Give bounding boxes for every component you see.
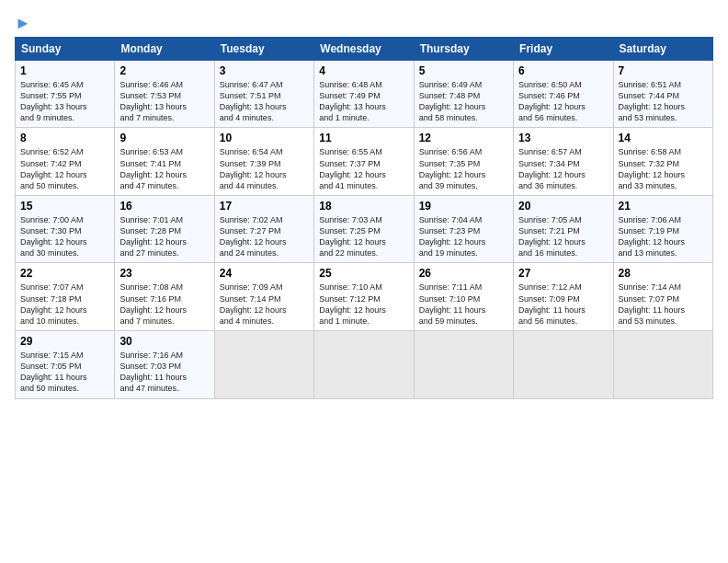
- day-info: Sunrise: 7:15 AM Sunset: 7:05 PM Dayligh…: [20, 350, 109, 395]
- calendar-cell: 11Sunrise: 6:55 AM Sunset: 7:37 PM Dayli…: [314, 128, 414, 196]
- day-number: 20: [518, 200, 608, 213]
- calendar-cell: 15Sunrise: 7:00 AM Sunset: 7:30 PM Dayli…: [16, 195, 115, 263]
- day-number: 4: [319, 64, 408, 77]
- day-info: Sunrise: 7:11 AM Sunset: 7:10 PM Dayligh…: [419, 282, 508, 327]
- day-number: 23: [119, 267, 209, 280]
- calendar-cell: 7Sunrise: 6:51 AM Sunset: 7:44 PM Daylig…: [613, 60, 712, 128]
- day-info: Sunrise: 7:04 AM Sunset: 7:23 PM Dayligh…: [419, 214, 508, 259]
- calendar-cell: 18Sunrise: 7:03 AM Sunset: 7:25 PM Dayli…: [314, 195, 414, 263]
- header: ►: [15, 11, 713, 29]
- week-row-2: 8Sunrise: 6:52 AM Sunset: 7:42 PM Daylig…: [16, 128, 713, 196]
- day-info: Sunrise: 7:05 AM Sunset: 7:21 PM Dayligh…: [518, 214, 608, 259]
- page-container: ► SundayMondayTuesdayWednesdayThursdayFr…: [0, 0, 728, 407]
- calendar-cell: 27Sunrise: 7:12 AM Sunset: 7:09 PM Dayli…: [514, 263, 613, 331]
- day-number: 12: [419, 132, 508, 144]
- day-number: 11: [319, 132, 408, 144]
- calendar-cell: 3Sunrise: 6:47 AM Sunset: 7:51 PM Daylig…: [214, 60, 313, 128]
- calendar-cell: 5Sunrise: 6:49 AM Sunset: 7:48 PM Daylig…: [414, 60, 513, 128]
- weekday-header-wednesday: Wednesday: [314, 37, 414, 60]
- day-number: 1: [20, 64, 109, 77]
- day-number: 24: [220, 267, 309, 280]
- calendar-cell: 6Sunrise: 6:50 AM Sunset: 7:46 PM Daylig…: [514, 60, 613, 128]
- day-number: 28: [619, 267, 708, 280]
- day-number: 14: [619, 132, 708, 144]
- calendar-cell: [414, 331, 513, 399]
- calendar-cell: 24Sunrise: 7:09 AM Sunset: 7:14 PM Dayli…: [214, 263, 313, 331]
- day-number: 7: [619, 64, 708, 77]
- calendar-cell: [314, 331, 414, 399]
- weekday-header-sunday: Sunday: [16, 37, 115, 60]
- calendar-cell: 22Sunrise: 7:07 AM Sunset: 7:18 PM Dayli…: [16, 263, 115, 331]
- day-number: 10: [220, 132, 309, 144]
- day-number: 29: [20, 335, 109, 348]
- day-info: Sunrise: 6:46 AM Sunset: 7:53 PM Dayligh…: [119, 79, 209, 124]
- calendar-cell: 29Sunrise: 7:15 AM Sunset: 7:05 PM Dayli…: [16, 331, 115, 399]
- day-number: 16: [119, 200, 209, 213]
- day-info: Sunrise: 6:47 AM Sunset: 7:51 PM Dayligh…: [220, 79, 309, 124]
- weekday-header-thursday: Thursday: [414, 37, 513, 60]
- calendar-table: SundayMondayTuesdayWednesdayThursdayFrid…: [15, 37, 713, 399]
- day-number: 3: [220, 64, 309, 77]
- day-number: 19: [419, 200, 508, 213]
- day-info: Sunrise: 6:51 AM Sunset: 7:44 PM Dayligh…: [619, 79, 708, 124]
- calendar-cell: 20Sunrise: 7:05 AM Sunset: 7:21 PM Dayli…: [514, 195, 613, 263]
- day-info: Sunrise: 7:01 AM Sunset: 7:28 PM Dayligh…: [119, 214, 209, 259]
- calendar-cell: 28Sunrise: 7:14 AM Sunset: 7:07 PM Dayli…: [613, 263, 712, 331]
- day-info: Sunrise: 7:00 AM Sunset: 7:30 PM Dayligh…: [20, 214, 109, 259]
- calendar-cell: 14Sunrise: 6:58 AM Sunset: 7:32 PM Dayli…: [613, 128, 712, 196]
- calendar-cell: [214, 331, 313, 399]
- weekday-header-friday: Friday: [514, 37, 613, 60]
- day-number: 22: [20, 267, 109, 280]
- week-row-3: 15Sunrise: 7:00 AM Sunset: 7:30 PM Dayli…: [16, 195, 713, 263]
- day-info: Sunrise: 7:02 AM Sunset: 7:27 PM Dayligh…: [220, 214, 309, 259]
- day-info: Sunrise: 6:48 AM Sunset: 7:49 PM Dayligh…: [319, 79, 408, 124]
- calendar-cell: 8Sunrise: 6:52 AM Sunset: 7:42 PM Daylig…: [16, 128, 115, 196]
- week-row-5: 29Sunrise: 7:15 AM Sunset: 7:05 PM Dayli…: [16, 331, 713, 399]
- calendar-cell: [514, 331, 613, 399]
- day-info: Sunrise: 7:10 AM Sunset: 7:12 PM Dayligh…: [319, 282, 408, 327]
- week-row-1: 1Sunrise: 6:45 AM Sunset: 7:55 PM Daylig…: [16, 60, 713, 128]
- calendar-cell: 1Sunrise: 6:45 AM Sunset: 7:55 PM Daylig…: [16, 60, 115, 128]
- calendar-cell: 17Sunrise: 7:02 AM Sunset: 7:27 PM Dayli…: [214, 195, 313, 263]
- day-number: 21: [619, 200, 708, 213]
- calendar-cell: 30Sunrise: 7:16 AM Sunset: 7:03 PM Dayli…: [115, 331, 214, 399]
- weekday-header-monday: Monday: [115, 37, 214, 60]
- calendar-cell: [613, 331, 712, 399]
- calendar-cell: 13Sunrise: 6:57 AM Sunset: 7:34 PM Dayli…: [514, 128, 613, 196]
- day-number: 15: [20, 200, 109, 213]
- day-info: Sunrise: 7:16 AM Sunset: 7:03 PM Dayligh…: [119, 350, 209, 395]
- day-info: Sunrise: 7:07 AM Sunset: 7:18 PM Dayligh…: [20, 282, 109, 327]
- calendar-cell: 25Sunrise: 7:10 AM Sunset: 7:12 PM Dayli…: [314, 263, 414, 331]
- day-info: Sunrise: 7:09 AM Sunset: 7:14 PM Dayligh…: [220, 282, 309, 327]
- calendar-cell: 26Sunrise: 7:11 AM Sunset: 7:10 PM Dayli…: [414, 263, 513, 331]
- calendar-cell: 21Sunrise: 7:06 AM Sunset: 7:19 PM Dayli…: [613, 195, 712, 263]
- day-info: Sunrise: 6:50 AM Sunset: 7:46 PM Dayligh…: [518, 79, 608, 124]
- day-number: 18: [319, 200, 408, 213]
- day-info: Sunrise: 7:14 AM Sunset: 7:07 PM Dayligh…: [619, 282, 708, 327]
- weekday-header-row: SundayMondayTuesdayWednesdayThursdayFrid…: [16, 37, 713, 60]
- calendar-cell: 2Sunrise: 6:46 AM Sunset: 7:53 PM Daylig…: [115, 60, 214, 128]
- day-info: Sunrise: 6:57 AM Sunset: 7:34 PM Dayligh…: [518, 146, 608, 191]
- calendar-cell: 23Sunrise: 7:08 AM Sunset: 7:16 PM Dayli…: [115, 263, 214, 331]
- day-number: 13: [518, 132, 608, 144]
- calendar-cell: 12Sunrise: 6:56 AM Sunset: 7:35 PM Dayli…: [414, 128, 513, 196]
- day-info: Sunrise: 6:56 AM Sunset: 7:35 PM Dayligh…: [419, 146, 508, 191]
- day-number: 6: [518, 64, 608, 77]
- day-info: Sunrise: 7:06 AM Sunset: 7:19 PM Dayligh…: [619, 214, 708, 259]
- weekday-header-tuesday: Tuesday: [214, 37, 313, 60]
- day-number: 17: [220, 200, 309, 213]
- day-number: 8: [20, 132, 109, 144]
- day-info: Sunrise: 7:03 AM Sunset: 7:25 PM Dayligh…: [319, 214, 408, 259]
- day-info: Sunrise: 7:12 AM Sunset: 7:09 PM Dayligh…: [518, 282, 608, 327]
- day-info: Sunrise: 6:49 AM Sunset: 7:48 PM Dayligh…: [419, 79, 508, 124]
- day-number: 30: [119, 335, 209, 348]
- day-info: Sunrise: 6:54 AM Sunset: 7:39 PM Dayligh…: [220, 146, 309, 191]
- day-info: Sunrise: 7:08 AM Sunset: 7:16 PM Dayligh…: [119, 282, 209, 327]
- day-number: 9: [119, 132, 209, 144]
- day-info: Sunrise: 6:45 AM Sunset: 7:55 PM Dayligh…: [20, 79, 109, 124]
- day-number: 2: [119, 64, 209, 77]
- weekday-header-saturday: Saturday: [613, 37, 712, 60]
- day-number: 25: [319, 267, 408, 280]
- logo-text: ►: [15, 15, 31, 33]
- calendar-cell: 16Sunrise: 7:01 AM Sunset: 7:28 PM Dayli…: [115, 195, 214, 263]
